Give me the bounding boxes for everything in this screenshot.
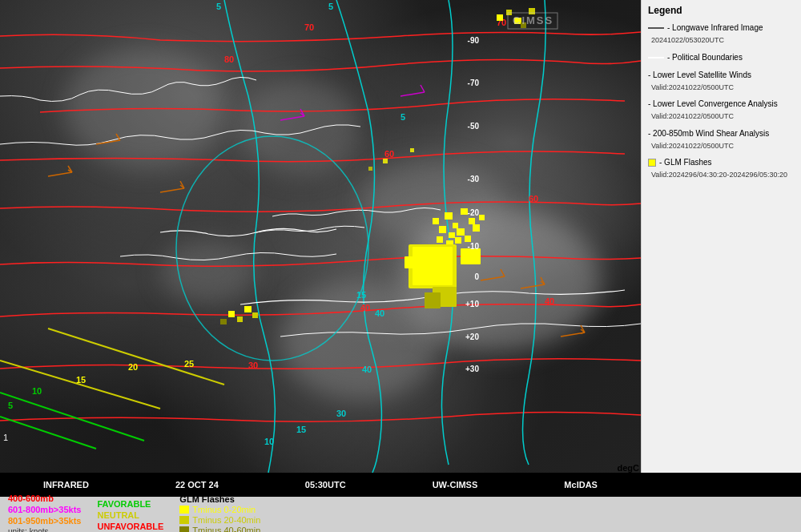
svg-line-82 <box>581 332 585 333</box>
svg-text:40: 40 <box>360 303 370 312</box>
wind-level-1-label: 400-600mb <box>8 494 54 503</box>
glm-title: GLM Flashes <box>179 494 260 504</box>
legend-shear-label: - 200-850mb Wind Shear Analysis <box>648 128 769 139</box>
legend-winds-label: - Lower Level Satellite Winds <box>648 70 751 81</box>
legend-glm-valid: Valid:2024296/04:30:20-2024296/05:30:20 <box>651 170 795 180</box>
svg-text:15: 15 <box>296 425 306 434</box>
svg-rect-69 <box>529 8 535 14</box>
svg-line-26 <box>96 140 120 144</box>
glm-label-40-60: Tminus 40-60min <box>192 526 260 533</box>
map-number: 1 <box>3 433 8 442</box>
svg-rect-63 <box>244 306 252 312</box>
legend-title: Legend <box>648 5 795 16</box>
svg-text:60: 60 <box>529 194 538 204</box>
svg-rect-41 <box>433 218 439 224</box>
legend-convergence-line: - Lower Level Convergence Analysis <box>648 99 795 110</box>
wind-level-2-label: 601-800mb>35kts <box>8 505 81 514</box>
svg-text:40: 40 <box>375 308 384 318</box>
svg-rect-66 <box>497 14 503 21</box>
svg-point-40 <box>176 136 368 361</box>
lat-label-p30: +30 <box>465 365 479 373</box>
lat-label-n70: -70 <box>468 79 479 87</box>
svg-text:60: 60 <box>384 149 394 159</box>
svg-line-35 <box>421 85 425 92</box>
legend-convergence-label: - Lower Level Convergence Analysis <box>648 99 778 110</box>
status-time: 05:30UTC <box>305 480 346 490</box>
svg-text:CIMSS: CIMSS <box>513 14 553 26</box>
shear-favorable-label: FAVORABLE <box>97 499 151 509</box>
lat-label-n50: -50 <box>468 122 479 131</box>
svg-rect-46 <box>439 226 446 233</box>
wind-units-label: units: knots <box>8 527 81 533</box>
wind-level-3: 801-950mb>35kts <box>8 516 81 526</box>
lat-label-p10: +10 <box>465 300 479 308</box>
lat-label-n10: -10 <box>468 242 479 251</box>
svg-rect-57 <box>461 248 481 264</box>
shear-favorable: FAVORABLE <box>97 499 163 509</box>
svg-text:5: 5 <box>400 112 405 122</box>
bottom-bar: 400-600mb 601-800mb>35kts 801-950mb>35kt… <box>0 497 801 532</box>
legend-winds-line: - Lower Level Satellite Winds <box>648 70 795 81</box>
status-software: McIDAS <box>564 480 598 490</box>
glm-color-20-40 <box>179 516 189 524</box>
svg-rect-45 <box>469 218 475 224</box>
legend-convergence-valid: Valid:20241022/0500UTC <box>651 111 795 122</box>
legend-item-winds: - Lower Level Satellite Winds Valid:2024… <box>648 70 795 93</box>
legend-shear-line: - 200-850mb Wind Shear Analysis <box>648 128 795 139</box>
svg-rect-64 <box>252 312 258 318</box>
status-date: 22 OCT 24 <box>175 480 219 490</box>
status-source: UW-CIMSS <box>433 480 478 490</box>
wind-level-1: 400-600mb <box>8 494 81 503</box>
legend-boundaries-line: - Political Boundaries <box>648 52 795 63</box>
svg-line-38 <box>48 328 224 385</box>
shear-unfavorable: UNFAVORABLE <box>97 522 163 531</box>
wind-level-2: 601-800mb>35kts <box>8 505 81 514</box>
legend-ir-label: - Longwave Infrared Image <box>667 22 763 34</box>
svg-text:30: 30 <box>248 361 258 370</box>
wind-level-3-label: 801-950mb>35kts <box>8 516 81 526</box>
svg-text:25: 25 <box>184 359 194 369</box>
legend-ir-line: - Longwave Infrared Image <box>648 22 795 34</box>
svg-text:10: 10 <box>264 437 274 446</box>
svg-rect-58 <box>405 256 417 268</box>
svg-text:80: 80 <box>224 54 234 64</box>
legend-glm-line: - GLM Flashes <box>648 157 795 168</box>
status-bar: INFRARED 22 OCT 24 05:30UTC UW-CIMSS McI… <box>0 473 641 497</box>
svg-rect-60 <box>425 292 441 308</box>
legend-item-ir: - Longwave Infrared Image 20241022/05302… <box>648 22 795 46</box>
legend-boundaries-label: - Political Boundaries <box>667 52 743 63</box>
svg-text:70: 70 <box>304 22 314 32</box>
svg-rect-65 <box>220 319 227 324</box>
svg-text:20: 20 <box>128 362 138 372</box>
svg-rect-48 <box>457 228 465 236</box>
wind-levels-section: 400-600mb 601-800mb>35kts 801-950mb>35kt… <box>8 494 81 533</box>
legend-item-shear: - 200-850mb Wind Shear Analysis Valid:20… <box>648 128 795 151</box>
svg-rect-50 <box>473 224 480 232</box>
legend-panel: Legend - Longwave Infrared Image 2024102… <box>641 0 801 473</box>
svg-line-36 <box>0 393 144 441</box>
svg-text:5: 5 <box>328 2 333 11</box>
svg-rect-42 <box>445 212 453 220</box>
shear-unfavorable-label: UNFAVORABLE <box>97 522 163 531</box>
legend-item-glm: - GLM Flashes Valid:2024296/04:30:20-202… <box>648 157 795 180</box>
svg-line-34 <box>400 92 425 96</box>
legend-winds-valid: Valid:20241022/0500UTC <box>651 83 795 93</box>
legend-shear-valid: Valid:20241022/0500UTC <box>651 141 795 151</box>
map-svg-overlay: 70 70 80 60 60 50 40 40 30 25 20 15 10 5… <box>0 0 641 473</box>
lat-label-0: 0 <box>474 272 479 281</box>
svg-rect-72 <box>368 167 372 171</box>
map-area: 70 70 80 60 60 50 40 40 30 25 20 15 10 5… <box>0 0 641 473</box>
svg-text:40: 40 <box>545 296 554 306</box>
svg-line-28 <box>160 188 184 192</box>
legend-item-boundaries: - Political Boundaries <box>648 52 795 63</box>
glm-item-40-60: Tminus 40-60min <box>179 526 260 533</box>
glm-color-0-20 <box>179 506 189 514</box>
glm-label-0-20: Tminus 0-20min <box>192 505 256 514</box>
legend-ir-timestamp: 20241022/053020UTC <box>651 35 795 46</box>
svg-line-37 <box>0 417 96 449</box>
glm-section: GLM Flashes Tminus 0-20min Tminus 20-40m… <box>179 494 260 533</box>
svg-rect-49 <box>465 236 471 242</box>
lat-label-p20: +20 <box>465 332 479 341</box>
svg-rect-56 <box>413 247 453 285</box>
shear-neutral: NEUTRAL <box>97 510 163 520</box>
